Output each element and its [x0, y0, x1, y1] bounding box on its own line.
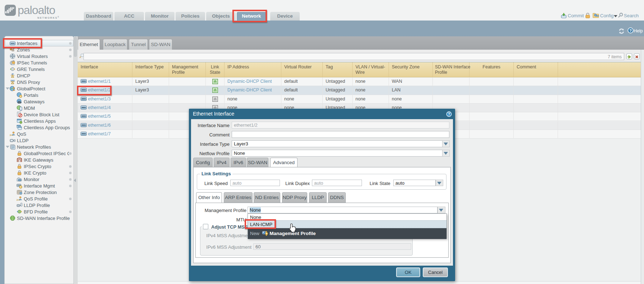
svg-text:?: ? [629, 28, 632, 33]
svg-text:DNS: DNS [10, 80, 15, 82]
svg-text:IP: IP [12, 73, 14, 75]
svg-text:?: ? [448, 112, 450, 116]
